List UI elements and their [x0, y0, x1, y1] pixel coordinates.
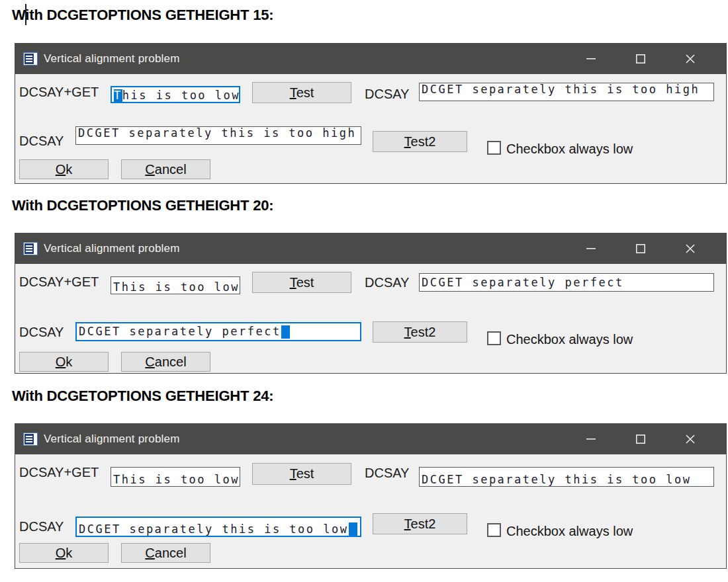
- test-button[interactable]: Test: [252, 272, 351, 293]
- dcsay-get-label: DCSAY+GET: [19, 85, 99, 99]
- ok-button[interactable]: Ok: [19, 159, 109, 179]
- dialog-window-getheight-24: Vertical alignment problem DCSAY+GET Thi…: [15, 423, 727, 569]
- dcsay-label-row2: DCSAY: [19, 520, 64, 533]
- maximize-button[interactable]: [615, 424, 665, 454]
- checkbox-label: Checkbox always low: [506, 142, 633, 156]
- window-title: Vertical alignment problem: [44, 52, 180, 65]
- maximize-button[interactable]: [615, 233, 665, 264]
- maximize-icon: [636, 54, 645, 63]
- close-icon: [686, 244, 695, 253]
- dialog-window-getheight-15: Vertical alignment problem DCSAY+GET Thi…: [15, 43, 727, 184]
- minimize-button[interactable]: [566, 424, 615, 454]
- minimize-icon: [586, 438, 596, 440]
- say-output-row1[interactable]: DCGET separately perfect: [419, 273, 714, 292]
- get-input-text: his is too low: [122, 89, 240, 102]
- dcsay-get-label: DCSAY+GET: [19, 275, 99, 288]
- close-icon: [686, 435, 695, 444]
- window-title: Vertical alignment problem: [44, 242, 180, 255]
- selection: T: [114, 89, 122, 102]
- maximize-icon: [636, 244, 645, 253]
- close-button[interactable]: [665, 233, 715, 264]
- dcsay-label-row2: DCSAY: [19, 325, 64, 339]
- minimize-button[interactable]: [566, 44, 615, 74]
- title-bar[interactable]: Vertical alignment problem: [15, 424, 726, 454]
- minimize-icon: [586, 248, 596, 249]
- minimize-icon: [586, 58, 596, 60]
- say-input-row2[interactable]: DCGET separately this is too high: [75, 126, 361, 145]
- section-heading-getheight-15: With DCGETOPTIONS GETHEIGHT 15:: [12, 5, 273, 25]
- app-icon: [23, 433, 38, 446]
- test2-button[interactable]: Test2: [373, 131, 467, 152]
- maximize-icon: [636, 435, 645, 444]
- test-button[interactable]: Test: [252, 82, 351, 103]
- section-heading-getheight-24: With DCGETOPTIONS GETHEIGHT 24:: [12, 386, 273, 406]
- app-icon: [23, 52, 38, 65]
- checkbox[interactable]: [487, 331, 501, 345]
- close-icon: [686, 54, 695, 63]
- get-input[interactable]: This is too low: [111, 276, 240, 294]
- checkbox-label: Checkbox always low: [506, 524, 633, 538]
- test2-button[interactable]: Test2: [373, 321, 467, 343]
- checkbox[interactable]: [487, 141, 501, 155]
- get-input[interactable]: This is too low: [111, 86, 240, 103]
- get-input[interactable]: This is too low: [111, 467, 240, 487]
- dcsay-get-label: DCSAY+GET: [19, 466, 99, 479]
- say-input-row2[interactable]: DCGET separately perfect: [75, 322, 361, 341]
- ok-button[interactable]: Ok: [19, 543, 109, 563]
- close-button[interactable]: [665, 424, 715, 454]
- title-bar[interactable]: Vertical alignment problem: [15, 44, 726, 74]
- dcsay-label-row1: DCSAY: [365, 87, 409, 101]
- say-input-row2[interactable]: DCGET separately this is too low: [75, 517, 361, 537]
- close-button[interactable]: [665, 44, 715, 74]
- app-icon: [23, 242, 38, 255]
- minimize-button[interactable]: [566, 233, 615, 264]
- test-button[interactable]: Test: [252, 463, 351, 485]
- window-controls: [566, 424, 715, 454]
- checkbox[interactable]: [487, 523, 501, 537]
- test2-button[interactable]: Test2: [373, 513, 467, 534]
- section-heading-getheight-20: With DCGETOPTIONS GETHEIGHT 20:: [12, 196, 273, 216]
- window-title: Vertical alignment problem: [44, 433, 180, 446]
- window-controls: [566, 233, 715, 264]
- ok-button[interactable]: Ok: [19, 352, 109, 372]
- cancel-button[interactable]: Cancel: [121, 543, 210, 563]
- cancel-button[interactable]: Cancel: [121, 352, 210, 372]
- text-caret: [25, 4, 26, 25]
- cancel-button[interactable]: Cancel: [121, 159, 210, 179]
- dialog-window-getheight-20: Vertical alignment problem DCSAY+GET Thi…: [15, 233, 727, 374]
- window-controls: [566, 44, 715, 74]
- say-output-row1[interactable]: DCGET separately this is too low: [419, 467, 714, 487]
- say-output-row1[interactable]: DCGET separately this is too high: [419, 83, 714, 101]
- dcsay-label-row1: DCSAY: [365, 276, 409, 289]
- dcsay-label-row2: DCSAY: [19, 134, 64, 147]
- checkbox-label: Checkbox always low: [506, 333, 633, 347]
- maximize-button[interactable]: [615, 44, 665, 74]
- block-cursor: [349, 522, 357, 536]
- dcsay-label-row1: DCSAY: [365, 466, 409, 479]
- title-bar[interactable]: Vertical alignment problem: [15, 233, 726, 264]
- block-cursor: [281, 325, 290, 339]
